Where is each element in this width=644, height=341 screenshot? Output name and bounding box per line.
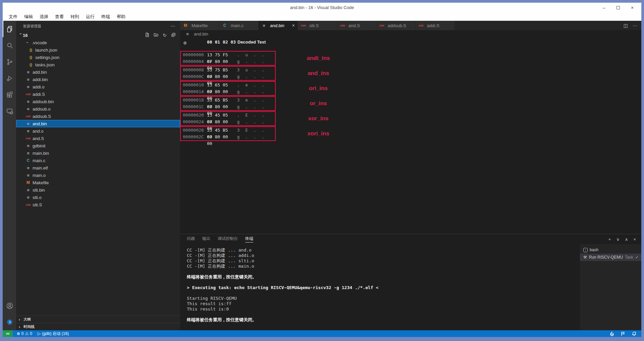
file-tree-item[interactable]: addsub.S	[16, 113, 180, 120]
extensions-icon[interactable]	[3, 86, 16, 103]
menu-item[interactable]: 文件	[5, 14, 21, 20]
panel-tab[interactable]: 输出	[202, 236, 210, 243]
file-tree-item[interactable]: addi.o	[16, 83, 180, 90]
flame-icon[interactable]	[609, 331, 614, 336]
sidebar-section-header[interactable]: › 大纲	[16, 316, 180, 323]
file-tree-item[interactable]: launch.json	[16, 46, 180, 54]
new-file-icon[interactable]	[145, 32, 150, 38]
menu-item[interactable]: 转到	[67, 14, 83, 20]
problems-status[interactable]: ⊗ 0 ⚠ 0	[17, 331, 32, 336]
file-tree-item[interactable]: .vscode	[16, 39, 180, 46]
hex-row[interactable]: 0000002C 67 80 00 00 g . . .	[181, 134, 275, 140]
remote-indicator[interactable]: ><	[3, 330, 13, 337]
editor-tab[interactable]: slti.S ×	[298, 21, 337, 30]
file-tree-item[interactable]: gdbinit	[16, 142, 180, 149]
close-icon[interactable]: ×	[292, 23, 295, 28]
file-tree-item[interactable]: add.bin	[16, 68, 180, 76]
file-tree-item[interactable]: addi.bin	[16, 76, 180, 83]
sidebar-sections: › 大纲 › 时间线	[16, 316, 180, 330]
sidebar-section-header[interactable]: › 时间线	[16, 323, 180, 330]
close-button[interactable]: ×	[625, 5, 639, 10]
hex-row[interactable]: 00000024 67 80 00 00 g . . .	[181, 119, 275, 125]
file-tree-item[interactable]: and.bin	[16, 120, 180, 127]
split-editor-icon[interactable]: ◫	[624, 23, 628, 28]
hex-row[interactable]: 00000014 67 80 00 00 g . . .	[181, 88, 275, 95]
collapse-all-icon[interactable]	[171, 32, 176, 38]
hex-row[interactable]: 00000000 13 75 F5 0F . u . .	[181, 52, 275, 58]
panel-tab[interactable]: 调试控制台	[218, 236, 238, 243]
minimize-button[interactable]: –	[597, 5, 611, 10]
maximize-button[interactable]	[611, 5, 625, 10]
file-tree-item[interactable]: Makefile	[16, 179, 180, 186]
file-tree-item[interactable]: and.o	[16, 127, 180, 135]
file-tree-item[interactable]: slti.S	[16, 201, 180, 208]
remote-explorer-icon[interactable]	[3, 103, 16, 119]
run-debug-icon[interactable]	[3, 70, 16, 86]
file-tree-item[interactable]: slti.bin	[16, 186, 180, 194]
file-tree-item[interactable]: slti.o	[16, 194, 180, 201]
account-icon[interactable]	[3, 297, 16, 314]
panel-tab[interactable]: 终端	[245, 236, 253, 243]
file-tree-item[interactable]: main.bin	[16, 149, 180, 157]
terminal-dropdown-icon[interactable]: ∨	[616, 237, 620, 242]
close-panel-icon[interactable]: ×	[633, 237, 636, 242]
settings-gear-icon[interactable]: ⚙1	[3, 314, 16, 330]
explorer-header: 资源管理器 ···	[16, 21, 180, 31]
editor-tab[interactable]: main.c ×	[219, 21, 259, 30]
file-tree-item[interactable]: addsub.o	[16, 105, 180, 113]
file-tree-item[interactable]: settings.json	[16, 54, 180, 61]
file-tree-item[interactable]: main.o	[16, 172, 180, 179]
menu-item[interactable]: 查看	[52, 14, 67, 20]
file-tree-item[interactable]: tasks.json	[16, 61, 180, 68]
file-tree-item[interactable]: addi.S	[16, 90, 180, 98]
feedback-icon[interactable]	[621, 331, 626, 336]
panel-tab[interactable]: 问题	[187, 236, 195, 243]
bell-icon[interactable]	[632, 331, 637, 336]
explorer-icon[interactable]	[3, 21, 16, 37]
breadcrumb[interactable]: and.bin	[180, 30, 641, 38]
editor-tab[interactable]: addsub.S ×	[376, 21, 416, 30]
editor-tab[interactable]: Makefile ×	[180, 21, 219, 30]
menu-item[interactable]: 运行	[83, 14, 98, 20]
source-control-icon[interactable]	[3, 54, 16, 70]
instruction-label: xor_ins	[293, 115, 343, 122]
hex-row[interactable]: 00000010 13 65 05 00 . e . .	[181, 82, 275, 88]
menu-item[interactable]: 终端	[98, 14, 113, 20]
hex-row[interactable]: 00000004 67 80 00 00 g . . .	[181, 58, 275, 65]
search-icon[interactable]	[3, 37, 16, 54]
menu-item[interactable]: 帮助	[113, 14, 129, 20]
terminal-line: 终端将被任务重用，按任意键关闭。	[187, 274, 580, 280]
editor-tab[interactable]: and.S ×	[337, 21, 376, 30]
explorer-more-icon[interactable]: ···	[171, 24, 175, 28]
gear-icon[interactable]: ⚙	[183, 40, 186, 46]
refresh-icon[interactable]: ↻	[162, 33, 167, 38]
file-tree-item[interactable]: addsub.bin	[16, 98, 180, 105]
hex-row[interactable]: 0000000C 67 80 00 00 g . . .	[181, 73, 275, 80]
more-actions-icon[interactable]: ···	[633, 23, 637, 28]
hex-row[interactable]: 0000001C 67 80 00 00 g . . .	[181, 104, 275, 110]
menu-item[interactable]: 选择	[36, 14, 52, 20]
hex-row[interactable]: 00000008 33 75 B5 00 3 u . .	[181, 67, 275, 73]
root-folder-name: 16	[23, 33, 28, 38]
menu-item[interactable]: 编辑	[21, 14, 36, 20]
file-name: addi.S	[33, 92, 45, 97]
explorer-root-folder[interactable]: › 16 ↻	[16, 31, 180, 39]
hex-row[interactable]: 00000018 33 65 B5 00 3 e . .	[181, 97, 275, 104]
hex-row[interactable]: 00000020 13 45 05 00 . E . .	[181, 112, 275, 119]
new-folder-icon[interactable]	[153, 32, 159, 38]
file-tree-item[interactable]: main.c	[16, 157, 180, 164]
editor-tab[interactable]: addi.S ×	[416, 21, 455, 30]
new-terminal-icon[interactable]: +	[608, 237, 611, 242]
terminal-output[interactable]: CC -[M] 正在构建 ... and.o CC -[M] 正在构建 ... …	[180, 244, 580, 330]
terminal-list-item[interactable]: Run RISCV-QEMU Task ✓	[580, 254, 641, 261]
debug-status[interactable]: ▷ (gdb) 启动 (16)	[38, 331, 69, 337]
debug-label: (gdb) 启动 (16)	[42, 331, 69, 337]
maximize-panel-icon[interactable]: ∧	[625, 237, 628, 242]
file-tree-item[interactable]: and.S	[16, 135, 180, 142]
editor-tab[interactable]: and.bin ×	[259, 21, 298, 30]
decoded-text: . e . .	[237, 82, 266, 88]
file-tree-item[interactable]: main.elf	[16, 164, 180, 172]
tab-label: addi.S	[427, 23, 439, 28]
terminal-list-item[interactable]: bash	[580, 246, 641, 254]
hex-row[interactable]: 00000028 33 45 B5 00 3 E . .	[181, 127, 275, 134]
